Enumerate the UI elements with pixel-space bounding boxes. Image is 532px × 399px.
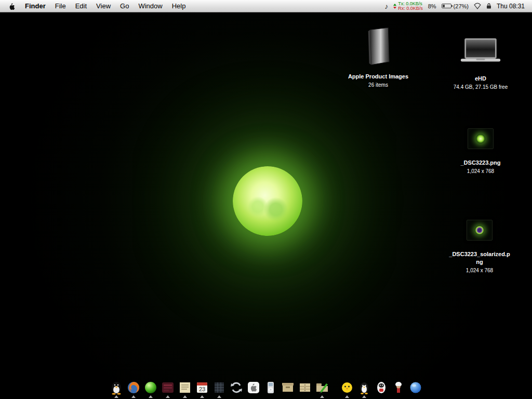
calendar-day: 23: [199, 386, 205, 392]
battery-percent: (27%): [454, 3, 469, 9]
icon-sublabel: 74.4 GB, 27.15 GB free: [454, 84, 508, 90]
battery-menu[interactable]: (27%): [442, 3, 469, 9]
penguin-chick-icon: [357, 380, 371, 395]
tx-up-arrow-icon: [393, 4, 396, 6]
dock-item-apple-app[interactable]: [246, 380, 261, 398]
running-indicator: [200, 395, 204, 398]
green-globe-icon: [143, 380, 158, 395]
icon-sublabel: 1,024 x 768: [466, 267, 493, 274]
blue-orb-icon: [408, 380, 423, 395]
yellow-chick-icon: [340, 380, 354, 395]
menu-file[interactable]: File: [50, 0, 71, 12]
wallpaper-moon: [233, 166, 302, 236]
running-indicator: [217, 395, 221, 398]
desktop-icon-apple-product-images[interactable]: Apple Product Images 26 items: [340, 21, 416, 88]
folder-icon: [363, 21, 393, 73]
dock-item-grid-panel[interactable]: [211, 380, 227, 398]
tux-penguin-icon: [109, 380, 124, 395]
calendar-icon: 23: [195, 380, 209, 395]
menu-help[interactable]: Help: [167, 0, 191, 12]
drive-icon: [459, 27, 502, 75]
dock-item-calendar[interactable]: 23: [194, 380, 210, 398]
running-indicator: [114, 395, 118, 398]
apple-menu[interactable]: [5, 0, 20, 12]
dock-item-penguin-chick[interactable]: [356, 380, 372, 398]
menu-edit[interactable]: Edit: [71, 0, 91, 12]
white-penguin-icon: [374, 380, 389, 395]
image-thumbnail-icon: [468, 118, 494, 159]
menu-status-area: ♪ Tx: 0.0KB/s Rx: 0.0KB/s 8% (27%) Thu 0…: [384, 0, 527, 12]
dock-item-sync-arrows[interactable]: [229, 380, 244, 398]
dock-item-green-globe[interactable]: [143, 380, 158, 398]
dock-item-firefox[interactable]: [126, 380, 141, 398]
menu-view[interactable]: View: [91, 0, 115, 12]
archive-box-icon: [281, 380, 295, 395]
icon-label: _DSC3223_solarized.png: [448, 250, 511, 266]
cpu-percent[interactable]: 8%: [428, 3, 436, 9]
desktop-icon-dsc3223[interactable]: _DSC3223.png 1,024 x 768: [444, 118, 517, 175]
folder-pen-icon: [315, 380, 329, 395]
icon-sublabel: 26 items: [368, 82, 388, 88]
apple-logo-icon: [8, 2, 16, 10]
dock-item-archive-box[interactable]: [280, 380, 296, 398]
rx-down-arrow-icon: [393, 7, 396, 9]
dock-item-folder-pen[interactable]: [314, 380, 330, 398]
icon-label: Apple Product Images: [348, 73, 408, 81]
dock-item-maroon-app[interactable]: [160, 380, 176, 398]
rx-rate: Rx: 0.0KB/s: [398, 6, 423, 11]
menu-go[interactable]: Go: [115, 0, 134, 12]
chef-icon: [391, 380, 406, 395]
icon-label: eHD: [475, 75, 486, 83]
airport-icon[interactable]: [474, 3, 481, 9]
sync-arrows-icon: [229, 380, 244, 395]
running-indicator: [131, 395, 136, 398]
dock-item-drawer-box[interactable]: [297, 380, 313, 398]
apple-app-icon: [246, 380, 261, 395]
dock-divider: [331, 393, 338, 398]
grid-panel-icon: [212, 380, 227, 395]
menu-clock[interactable]: Thu 08:31: [497, 3, 527, 10]
itunes-menu-icon[interactable]: ♪: [384, 2, 388, 10]
running-indicator: [149, 395, 153, 398]
desktop-icon-dsc3223-solarized[interactable]: _DSC3223_solarized.png 1,024 x 768: [443, 210, 516, 274]
running-indicator: [183, 395, 187, 398]
dock-item-white-penguin[interactable]: [374, 380, 389, 398]
network-arrows-icon: [393, 4, 396, 9]
ipod-icon: [263, 380, 278, 395]
maroon-app-icon: [161, 380, 175, 395]
drawer-box-icon: [298, 380, 312, 395]
icon-label: _DSC3223.png: [460, 159, 500, 167]
running-indicator: [166, 395, 170, 398]
battery-icon: [442, 4, 451, 8]
dock-item-stickies[interactable]: [177, 380, 193, 398]
dock: 23: [109, 380, 423, 398]
firefox-icon: [126, 380, 141, 395]
desktop-icon-ehd[interactable]: eHD 74.4 GB, 27.15 GB free: [439, 27, 522, 90]
running-indicator: [362, 395, 366, 398]
dock-item-tux-penguin[interactable]: [109, 380, 124, 398]
menu-bar: Finder File Edit View Go Window Help ♪ T…: [0, 0, 532, 12]
dock-item-chef[interactable]: [391, 380, 406, 398]
image-solarized-thumbnail-icon: [467, 210, 493, 250]
network-meter[interactable]: Tx: 0.0KB/s Rx: 0.0KB/s: [393, 2, 423, 11]
menu-window[interactable]: Window: [134, 0, 167, 12]
lock-icon[interactable]: [486, 3, 491, 9]
icon-sublabel: 1,024 x 768: [467, 168, 494, 175]
stickies-icon: [178, 380, 192, 395]
running-indicator: [345, 395, 349, 398]
dock-item-yellow-chick[interactable]: [339, 380, 355, 398]
dock-item-blue-orb[interactable]: [408, 380, 423, 398]
running-indicator: [320, 395, 324, 398]
dock-item-ipod[interactable]: [263, 380, 278, 398]
menu-finder[interactable]: Finder: [20, 0, 50, 12]
